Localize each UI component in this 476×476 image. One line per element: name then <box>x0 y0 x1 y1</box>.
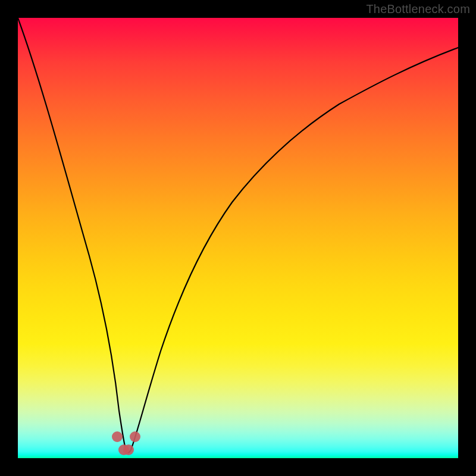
plot-area <box>18 18 458 458</box>
bottleneck-curve <box>18 18 458 453</box>
highlight-markers <box>112 431 140 455</box>
chart-frame: TheBottleneck.com <box>0 0 476 476</box>
curve-layer <box>18 18 458 458</box>
marker-point <box>130 431 140 442</box>
marker-point <box>112 431 123 442</box>
marker-point <box>123 444 134 455</box>
attribution-text: TheBottleneck.com <box>366 2 470 16</box>
